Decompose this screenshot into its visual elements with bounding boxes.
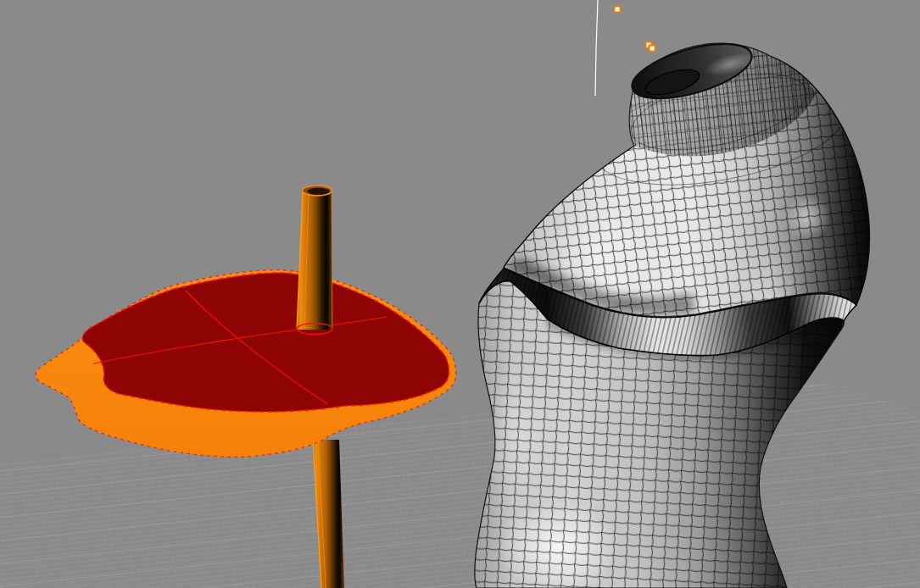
control-point-handle[interactable] bbox=[650, 46, 655, 52]
support-pole-upper[interactable] bbox=[297, 186, 332, 335]
3d-viewport[interactable] bbox=[0, 0, 920, 588]
scene-canvas bbox=[0, 0, 920, 588]
control-point-handle[interactable] bbox=[615, 7, 621, 13]
